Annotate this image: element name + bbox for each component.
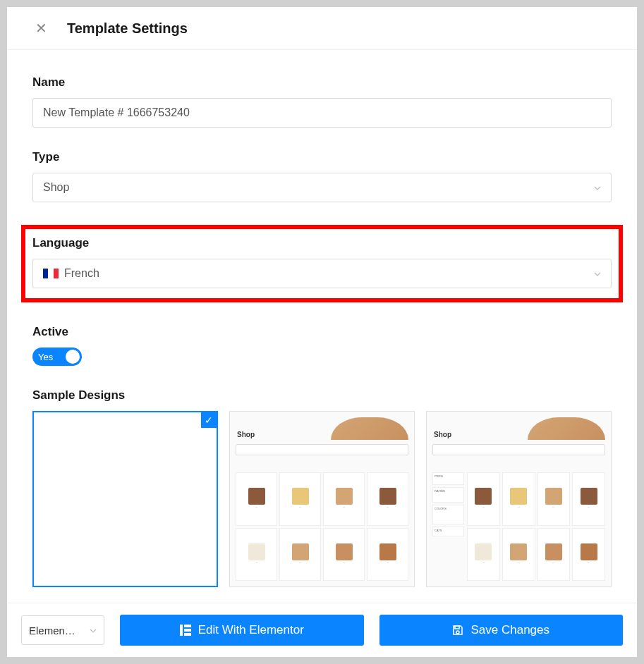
type-value: Shop — [43, 181, 69, 194]
modal-footer: Elemen… Edit With Elementor — [7, 603, 637, 657]
modal-title: Template Settings — [67, 20, 188, 37]
svg-rect-1 — [184, 625, 191, 627]
chevron-down-icon — [90, 625, 97, 635]
language-group: Language French — [32, 236, 612, 288]
designs-grid: ✓ Shop ··· ··· ··· · — [32, 411, 612, 587]
language-select[interactable]: French — [32, 259, 612, 288]
language-highlight: Language French — [21, 225, 623, 302]
design-preview: Shop PRICE RATING COLORS CATS — [427, 412, 611, 586]
elementor-icon — [180, 625, 191, 636]
svg-rect-3 — [184, 633, 191, 636]
modal-body[interactable]: Name Type Shop Language — [7, 50, 637, 603]
type-select[interactable]: Shop — [32, 173, 612, 202]
active-toggle[interactable]: Yes — [32, 348, 82, 366]
sample-designs-group: Sample Designs ✓ Shop ··· — [32, 388, 612, 587]
design-card-shop-grid[interactable]: Shop ··· ··· ··· ··· ··· ··· ··· — [229, 411, 415, 587]
preview-title: Shop — [432, 428, 453, 444]
active-label: Active — [32, 325, 612, 339]
save-icon — [452, 625, 463, 636]
design-preview: Shop ··· ··· ··· ··· ··· ··· ··· — [230, 412, 414, 586]
chevron-down-icon — [594, 269, 601, 278]
template-settings-modal: ✕ Template Settings Name Type Shop Langu… — [7, 7, 637, 657]
builder-select[interactable]: Elemen… — [21, 615, 104, 645]
language-label: Language — [32, 236, 612, 250]
name-group: Name — [32, 75, 612, 128]
type-group: Type Shop — [32, 150, 612, 202]
check-icon: ✓ — [201, 412, 217, 428]
toggle-knob — [66, 350, 80, 364]
flag-icon — [43, 269, 59, 278]
svg-point-5 — [456, 631, 459, 634]
svg-rect-2 — [184, 629, 191, 632]
name-input[interactable] — [32, 98, 612, 128]
type-label: Type — [32, 150, 612, 164]
svg-rect-0 — [180, 625, 183, 636]
language-text: French — [64, 267, 99, 280]
language-value: French — [43, 267, 99, 280]
name-label: Name — [32, 75, 612, 90]
svg-rect-4 — [455, 626, 459, 629]
edit-elementor-button[interactable]: Edit With Elementor — [120, 615, 364, 646]
save-button-label: Save Changes — [470, 623, 549, 637]
preview-title: Shop — [236, 428, 256, 444]
chevron-down-icon — [594, 183, 601, 192]
active-group: Active Yes — [32, 325, 612, 366]
design-card-blank[interactable]: ✓ — [32, 411, 218, 587]
edit-button-label: Edit With Elementor — [198, 623, 304, 637]
design-card-shop-sidebar[interactable]: Shop PRICE RATING COLORS CATS — [426, 411, 612, 587]
close-icon[interactable]: ✕ — [35, 20, 47, 37]
modal-header: ✕ Template Settings — [7, 7, 637, 50]
sample-designs-label: Sample Designs — [32, 388, 612, 402]
builder-value: Elemen… — [29, 625, 75, 637]
save-button[interactable]: Save Changes — [379, 615, 624, 646]
toggle-state-label: Yes — [38, 352, 53, 362]
